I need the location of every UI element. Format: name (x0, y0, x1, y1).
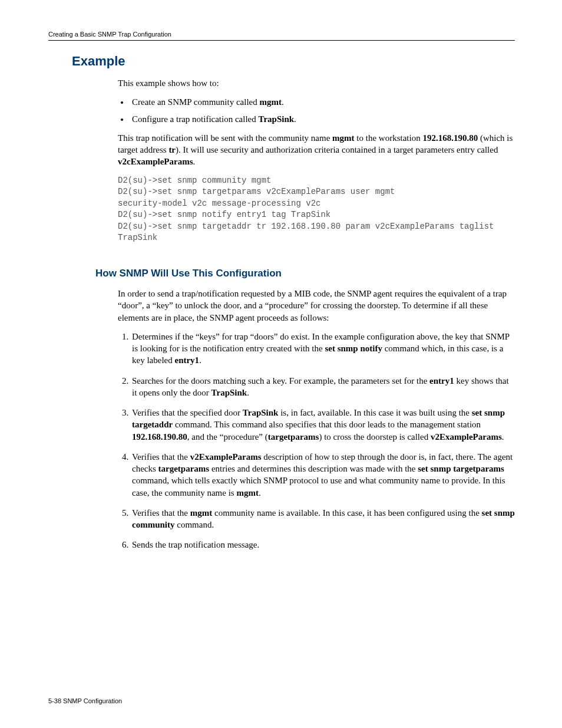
text: entries and determines this description … (209, 464, 418, 473)
text: Configure a trap notification called (132, 114, 259, 124)
code-block: D2(su)->set snmp community mgmt D2(su)->… (118, 175, 515, 245)
text: . (259, 488, 261, 498)
text: Searches for the doors matching such a k… (132, 376, 429, 386)
bold-text: v2ExampleParams (190, 452, 262, 462)
step-item: Sends the trap notification message. (131, 539, 515, 551)
bullet-item: Create an SNMP community called mgmt. (130, 96, 515, 108)
text: ). It will use security and authorizatio… (176, 145, 498, 154)
text: ) to cross the doorstep is called (319, 432, 431, 442)
text: . (247, 388, 249, 397)
ordered-steps: Determines if the “keys” for trap “doors… (118, 331, 515, 551)
bold-text: targetparams (158, 464, 210, 473)
text: . (193, 157, 195, 166)
text: Verifies that the specified door (132, 408, 243, 417)
bold-text: 192.168.190.80 (132, 432, 187, 442)
step-item: Determines if the “keys” for trap “doors… (131, 331, 515, 367)
text: command. (175, 520, 214, 529)
paragraph: In order to send a trap/notification req… (118, 288, 515, 324)
bold-text: TrapSink (259, 114, 295, 124)
bold-text: targetparams (268, 432, 319, 442)
text: . (282, 97, 284, 107)
text: community name is available. In this cas… (212, 508, 481, 518)
paragraph: This trap notification will be sent with… (118, 132, 515, 168)
bold-text: TrapSink (243, 408, 279, 417)
page-footer: 5-38 SNMP Configuration (48, 697, 122, 704)
bold-text: set snmp targetparams (418, 464, 504, 473)
bold-text: mgmt (236, 488, 259, 498)
text: Verifies that the (132, 452, 190, 462)
bold-text: entry1 (429, 376, 454, 386)
header-rule (48, 40, 515, 41)
bold-text: TrapSink (211, 388, 247, 397)
step-item: Verifies that the mgmt community name is… (131, 507, 515, 531)
heading-how-snmp: How SNMP Will Use This Configuration (95, 268, 515, 279)
bold-text: mgmt (190, 508, 213, 518)
bold-text: set snmp notify (325, 344, 382, 353)
bold-text: tr (168, 145, 176, 154)
text: is, in fact, available. In this case it … (278, 408, 471, 417)
text: Create an SNMP community called (132, 97, 259, 107)
bold-text: v2cExampleParams (118, 157, 193, 166)
page-number: 5-38 (48, 697, 61, 704)
step-item: Verifies that the specified door TrapSin… (131, 407, 515, 443)
text: command. This command also specifies tha… (173, 420, 481, 429)
footer-title: SNMP Configuration (63, 697, 122, 704)
text: . (199, 355, 201, 365)
bold-text: v2ExampleParams (431, 432, 502, 442)
intro-paragraph: This example shows how to: (118, 77, 515, 89)
text: Verifies that the (132, 508, 190, 518)
text: command, which tells exactly which SNMP … (132, 476, 505, 497)
running-header: Creating a Basic SNMP Trap Configuration (48, 31, 515, 38)
text: . (294, 114, 296, 124)
text: to the workstation (355, 133, 423, 143)
text: This trap notification will be sent with… (118, 133, 332, 143)
bold-text: mgmt (332, 133, 355, 143)
text: . (502, 432, 504, 442)
text: Sends the trap notification message. (132, 540, 259, 549)
bold-text: mgmt (259, 97, 282, 107)
step-item: Verifies that the v2ExampleParams descri… (131, 451, 515, 499)
bullet-list: Create an SNMP community called mgmt. Co… (118, 96, 515, 125)
bold-text: 192.168.190.80 (422, 133, 478, 143)
bold-text: entry1 (174, 355, 199, 365)
heading-example: Example (72, 54, 515, 69)
bullet-item: Configure a trap notification called Tra… (130, 113, 515, 125)
step-item: Searches for the doors matching such a k… (131, 375, 515, 399)
text: , and the “procedure” ( (187, 432, 268, 442)
